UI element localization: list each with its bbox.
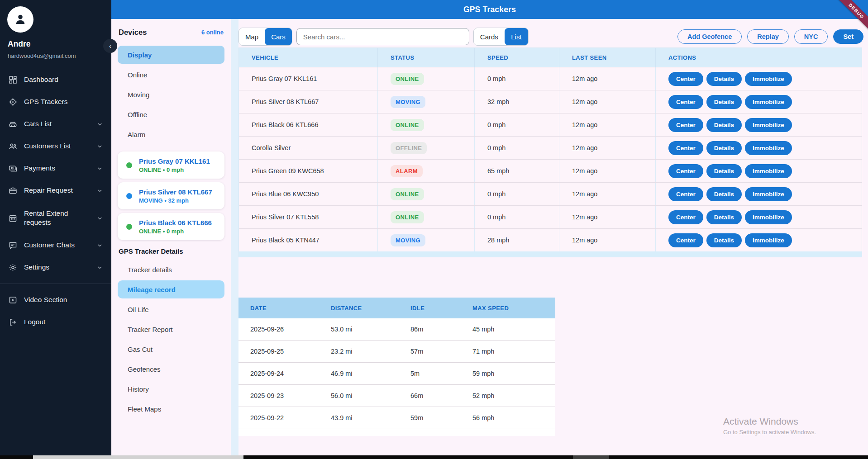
filter-moving[interactable]: Moving: [118, 85, 224, 104]
tab-map[interactable]: Map: [239, 28, 265, 45]
sidebar-item-dashboard[interactable]: Dashboard: [0, 69, 111, 91]
search-input[interactable]: [296, 28, 469, 45]
col-distance: DISTANCE: [319, 298, 399, 318]
chevron-down-icon: [96, 143, 103, 150]
last-seen-cell: 12m ago: [559, 160, 656, 182]
sidebar-item-payments[interactable]: Payments: [0, 157, 111, 180]
device-card[interactable]: Prius Black 06 KTL666 ONLINE • 0 mph: [118, 213, 224, 240]
immobilize-button[interactable]: Immobilize: [745, 141, 792, 155]
sidebar-item-customer-chats[interactable]: Customer Chats: [0, 234, 111, 256]
sidebar-item-cars-list[interactable]: Cars List: [0, 113, 111, 135]
detail-item-mileage-record[interactable]: Mileage record: [118, 280, 224, 298]
mileage-row: 2025-09-23 56.0 mi 66m 52 mph: [238, 385, 555, 407]
center-button[interactable]: Center: [668, 118, 703, 132]
detail-item-geofences[interactable]: Geofences: [118, 360, 224, 378]
distance-cell: 56.0 mi: [319, 385, 399, 407]
scrollbar-thumb[interactable]: [33, 455, 243, 459]
sidebar-item-settings[interactable]: Settings: [0, 256, 111, 279]
tab-cards[interactable]: Cards: [474, 28, 505, 45]
center-button[interactable]: Center: [668, 233, 703, 247]
detail-item-tracker-report[interactable]: Tracker Report: [118, 320, 224, 338]
activate-windows-watermark: Activate Windows Go to Settings to activ…: [723, 416, 816, 435]
chevron-down-icon: [96, 264, 103, 271]
detail-item-oil-life[interactable]: Oil Life: [118, 300, 224, 318]
device-name: Prius Black 06 KTL666: [139, 219, 212, 227]
status-dot-online: [126, 162, 132, 168]
add-geofence-button[interactable]: Add Geofence: [677, 29, 742, 44]
chevron-down-icon: [96, 215, 103, 222]
filter-display[interactable]: Display: [118, 46, 224, 64]
replay-button[interactable]: Replay: [747, 29, 789, 44]
vehicle-cell: Prius Blue 06 KWC950: [239, 183, 378, 205]
immobilize-button[interactable]: Immobilize: [745, 164, 792, 178]
immobilize-button[interactable]: Immobilize: [745, 95, 792, 109]
detail-item-gas-cut[interactable]: Gas Cut: [118, 340, 224, 358]
nyc-button[interactable]: NYC: [794, 29, 828, 44]
details-button[interactable]: Details: [706, 210, 742, 224]
max-speed-cell: 52 mph: [461, 385, 555, 407]
immobilize-button[interactable]: Immobilize: [745, 118, 792, 132]
content-row: Devices 6 online Display Online Moving O…: [111, 19, 868, 459]
center-button[interactable]: Center: [668, 95, 703, 109]
vehicles-table-hscrollbar[interactable]: [239, 251, 862, 257]
date-cell: 2025-09-23: [238, 385, 319, 407]
sidebar-item-video-section[interactable]: Video Section: [0, 289, 111, 311]
details-button[interactable]: Details: [706, 233, 742, 247]
vehicle-cell: Corolla Silver: [239, 137, 378, 159]
sidebar-item-repair-request[interactable]: Repair Request: [0, 180, 111, 202]
vehicle-cell: Prius Green 09 KWC658: [239, 160, 378, 182]
sidebar-item-gps-trackers[interactable]: GPS Trackers: [0, 91, 111, 113]
details-button[interactable]: Details: [706, 118, 742, 132]
mileage-row: 2025-09-25 23.2 mi 57m 71 mph: [238, 341, 555, 363]
device-card[interactable]: Prius Gray 07 KKL161 ONLINE • 0 mph: [118, 151, 224, 179]
center-button[interactable]: Center: [668, 187, 703, 201]
gps-target-icon: [8, 97, 18, 107]
idle-cell: 59m: [399, 407, 461, 429]
status-badge: ONLINE: [391, 211, 424, 223]
immobilize-button[interactable]: Immobilize: [745, 233, 792, 247]
status-badge: OFFLINE: [391, 142, 427, 154]
detail-item-history[interactable]: History: [118, 380, 224, 398]
details-button[interactable]: Details: [706, 95, 742, 109]
device-card[interactable]: Prius Silver 08 KTL667 MOVING • 32 mph: [118, 182, 224, 209]
filter-alarm[interactable]: Alarm: [118, 125, 224, 143]
sidebar-item-rental-extend-requests[interactable]: Rental Extend requests: [0, 202, 111, 234]
immobilize-button[interactable]: Immobilize: [745, 187, 792, 201]
details-button[interactable]: Details: [706, 141, 742, 155]
filter-online[interactable]: Online: [118, 66, 224, 84]
actions-cell: Center Details Immobilize: [656, 114, 862, 136]
actions-cell: Center Details Immobilize: [656, 183, 862, 205]
speed-cell: 0 mph: [475, 67, 559, 90]
video-icon: [8, 295, 18, 305]
vehicle-cell: Prius Black 06 KTL666: [239, 114, 378, 136]
devices-panel-scrollbar[interactable]: [231, 19, 238, 459]
center-button[interactable]: Center: [668, 72, 703, 86]
user-name: Andre: [8, 39, 111, 49]
status-badge: ALARM: [391, 165, 423, 177]
sidebar-item-customers-list[interactable]: Customers List: [0, 135, 111, 157]
device-status: ONLINE • 0 mph: [139, 228, 212, 235]
immobilize-button[interactable]: Immobilize: [745, 210, 792, 224]
detail-item-fleet-maps[interactable]: Fleet Maps: [118, 400, 224, 418]
distance-cell: 23.2 mi: [319, 341, 399, 362]
sidebar-item-logout[interactable]: Logout: [0, 311, 111, 333]
center-button[interactable]: Center: [668, 164, 703, 178]
tab-cars[interactable]: Cars: [265, 28, 292, 45]
user-email: hardwood4us@gmail.com: [8, 52, 111, 59]
date-cell: 2025-09-25: [238, 341, 319, 362]
details-button[interactable]: Details: [706, 187, 742, 201]
tab-list[interactable]: List: [505, 28, 528, 45]
window-horizontal-scrollbar[interactable]: [0, 455, 868, 459]
idle-cell: 86m: [399, 318, 461, 340]
detail-item-tracker-details[interactable]: Tracker details: [118, 260, 224, 279]
center-button[interactable]: Center: [668, 141, 703, 155]
sidebar-collapse-button[interactable]: ‹: [103, 39, 117, 53]
scrollbar-segment[interactable]: [573, 455, 609, 459]
details-button[interactable]: Details: [706, 164, 742, 178]
center-button[interactable]: Center: [668, 210, 703, 224]
map-cars-toggle: Map Cars: [238, 28, 292, 46]
immobilize-button[interactable]: Immobilize: [745, 72, 792, 86]
filter-offline[interactable]: Offline: [118, 105, 224, 123]
details-button[interactable]: Details: [706, 72, 742, 86]
chevron-down-icon: [96, 242, 103, 249]
